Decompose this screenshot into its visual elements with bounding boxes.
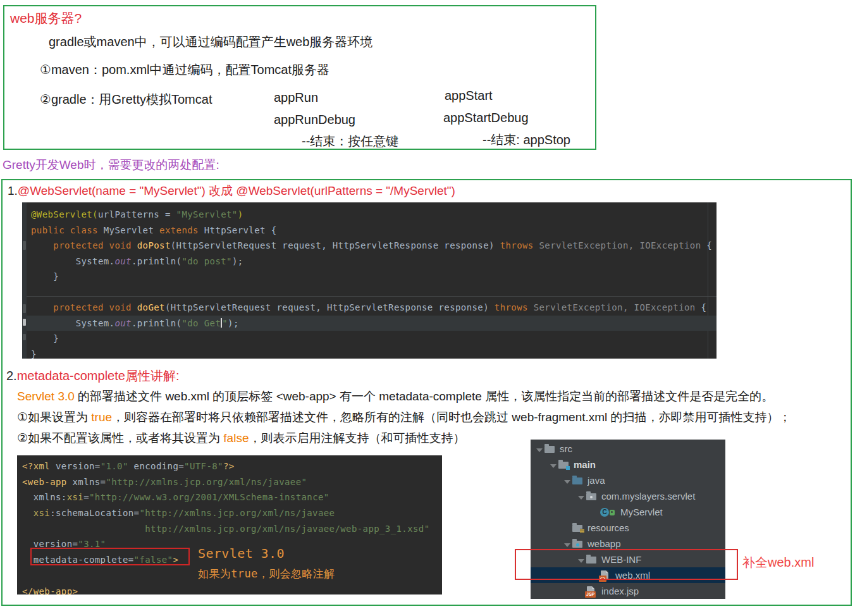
code-line: <web-app xmlns="http://xmlns.jcp.org/xml…	[17, 474, 442, 490]
code-line: @WebServlet(urlPatterns = "MyServlet")	[27, 207, 717, 223]
section1-heading: 1.@WebServlet(name = "MyServlet") 改成 @We…	[8, 183, 455, 198]
notes-page: web服务器? gradle或maven中，可以通过编码配置产生web服务器环境…	[0, 0, 855, 616]
editor-gutter	[22, 202, 27, 359]
xml-annotation-servlet30: Servlet 3.0	[198, 546, 285, 561]
code-line: System.out.println("do post");	[27, 254, 717, 269]
intro-line: Gretty开发Web时，需要更改的两处配置:	[3, 157, 219, 172]
class-icon: C	[600, 508, 617, 517]
java-code: @WebServlet(urlPatterns = "MyServlet")pu…	[27, 202, 717, 359]
code-line: <?xml version="1.0" encoding="UTF-8"?>	[17, 459, 442, 474]
expand-arrow-icon	[548, 457, 558, 472]
code-line: }	[27, 269, 717, 285]
code-line: </web-app>	[17, 584, 442, 595]
code-line: System.out.println("do Get");	[27, 316, 717, 331]
tree-row-myservlet: CMyServlet	[531, 504, 725, 520]
tree-row-index-jsp: JSPindex.jsp	[531, 583, 725, 599]
webxml-callout-label: 补全web.xml	[742, 554, 814, 571]
tree-label: src	[560, 441, 572, 457]
gretty-start-end: --结束: appStop	[483, 132, 570, 147]
gretty-appstartdebug: appStartDebug	[443, 110, 529, 125]
tree-label: index.jsp	[601, 583, 639, 599]
tree-label: com.myslayers.servlet	[601, 488, 695, 504]
folder-icon	[544, 445, 556, 453]
tree-row-java: java	[531, 472, 725, 488]
folder-main-icon	[558, 460, 570, 469]
web-server-note-box: web服务器? gradle或maven中，可以通过编码配置产生web服务器环境…	[3, 5, 596, 150]
section2-heading: 2.metadata-complete属性讲解:	[6, 368, 179, 383]
code-line: xsi:schemaLocation="http://xmlns.jcp.org…	[17, 505, 442, 521]
folder-java-icon	[572, 476, 584, 485]
expand-arrow-icon	[534, 441, 544, 457]
note-item-maven: ①maven：pom.xml中通过编码，配置Tomcat服务器	[40, 62, 329, 77]
config-note-box: 1.@WebServlet(name = "MyServlet") 改成 @We…	[1, 179, 852, 606]
tree-row-main: main	[531, 457, 725, 472]
code-line: protected void doGet(HttpServletRequest …	[27, 300, 717, 316]
tree-label: resources	[587, 520, 629, 536]
gretty-run-end: --结束：按任意键	[302, 133, 398, 149]
expand-arrow-icon	[562, 472, 572, 488]
code-line	[27, 285, 717, 300]
jsp-icon: JSP	[586, 587, 598, 596]
webxml-callout-box	[515, 549, 738, 580]
gretty-apprun: appRun	[274, 90, 318, 105]
section2-paragraph-1: Servlet 3.0 的部署描述文件 web.xml 的顶层标签 <web-a…	[17, 389, 773, 403]
gretty-apprundebug: appRunDebug	[274, 112, 355, 127]
tree-row-src: src	[531, 441, 725, 457]
expand-arrow-icon	[576, 488, 586, 504]
note-title: web服务器?	[10, 11, 82, 26]
code-line: }	[27, 347, 717, 359]
code-line: http://xmlns.jcp.org/xml/ns/javaee/web-a…	[17, 521, 442, 537]
metadata-complete-highlight-box	[30, 548, 190, 565]
folder-web-icon	[572, 539, 584, 548]
code-line: protected void doPost(HttpServletRequest…	[27, 238, 717, 254]
java-editor-screenshot: @WebServlet(urlPatterns = "MyServlet")pu…	[22, 202, 717, 359]
code-fold-divider	[27, 296, 717, 297]
tree-label: java	[587, 472, 605, 488]
tree-label: MyServlet	[620, 504, 663, 520]
section2-paragraph-3: ②如果不配置该属性，或者将其设置为 false，则表示启用注解支持（和可插性支持…	[17, 431, 465, 445]
gretty-appstart: appStart	[445, 88, 493, 103]
note-line-gradle-maven: gradle或maven中，可以通过编码配置产生web服务器环境	[49, 34, 372, 49]
folder-res-icon	[572, 524, 584, 533]
xml-annotation-true-note: 如果为true，则会忽略注解	[198, 567, 335, 581]
code-line: public class MyServlet extends HttpServl…	[27, 223, 717, 238]
tree-row-resources: resources	[531, 520, 725, 536]
code-line: xmlns:xsi="http://www.w3.org/2001/XMLSch…	[17, 490, 442, 505]
folder-pkg-icon	[586, 492, 598, 501]
note-item-gradle: ②gradle：用Gretty模拟Tomcat	[40, 92, 212, 107]
tree-row-com-myslayers-servlet: com.myslayers.servlet	[531, 488, 725, 504]
tree-label: main	[574, 457, 596, 472]
section2-paragraph-2: ①如果设置为 true，则容器在部署时将只依赖部署描述文件，忽略所有的注解（同时…	[17, 410, 791, 424]
code-line: }	[27, 331, 717, 347]
webxml-editor-screenshot: <?xml version="1.0" encoding="UTF-8"?><w…	[17, 455, 442, 594]
